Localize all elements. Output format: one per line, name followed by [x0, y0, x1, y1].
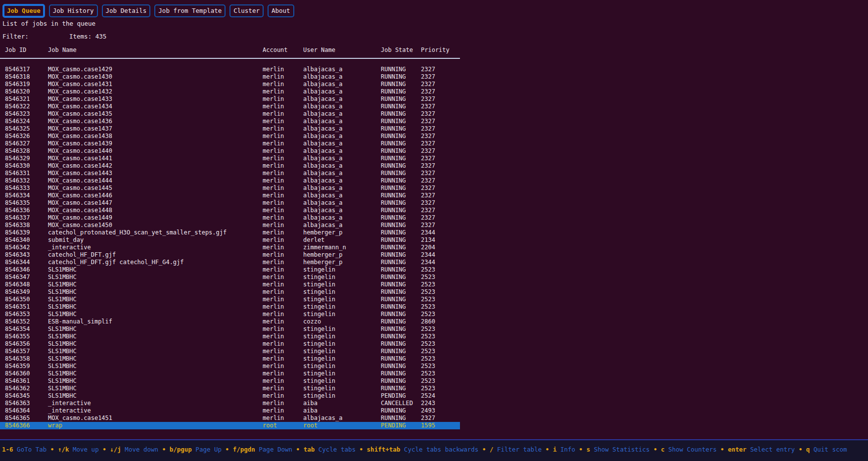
table-row[interactable]: 8546350SLS1MBHCmerlinstingelinRUNNING252… [0, 296, 460, 303]
table-row[interactable]: 8546320MOX_casmo.case1432merlinalbajacas… [0, 88, 460, 95]
table-row[interactable]: 8546318MOX_casmo.case1430merlinalbajacas… [0, 73, 460, 81]
cell-account: merlin [263, 325, 284, 333]
table-row[interactable]: 8546336MOX_casmo.case1448merlinalbajacas… [0, 207, 460, 214]
table-row[interactable]: 8546345SLS1MBHCmerlinstingelinPENDING252… [0, 392, 460, 400]
items-count: Items: 435 [69, 33, 106, 40]
cell-account: merlin [263, 244, 284, 251]
tab-job-queue[interactable]: Job Queue [2, 4, 45, 18]
cell-priority: 2523 [421, 363, 435, 370]
table-row[interactable]: 8546355SLS1MBHCmerlinstingelinRUNNING252… [0, 333, 460, 340]
table-row[interactable]: 8546321MOX_casmo.case1433merlinalbajacas… [0, 95, 460, 103]
cell-job-state: CANCELLED [381, 400, 413, 407]
cell-job-state: RUNNING [381, 199, 406, 207]
table-row[interactable]: 8546324MOX_casmo.case1436merlinalbajacas… [0, 118, 460, 125]
table-row[interactable]: 8546352ESB-manual_simplifmerlincozzoRUNN… [0, 318, 460, 325]
table-row-selected[interactable]: 8546366wraprootrootPENDING1595 [0, 422, 460, 429]
cell-priority: 2523 [421, 333, 435, 340]
table-row[interactable]: 8546349SLS1MBHCmerlinstingelinRUNNING252… [0, 288, 460, 296]
cell-priority: 2523 [421, 266, 435, 274]
keybar-separator: • [575, 446, 587, 453]
filter-input[interactable] [35, 33, 64, 40]
keybar-separator: • [356, 446, 367, 453]
table-row[interactable]: 8546338MOX_casmo.case1450merlinalbajacas… [0, 222, 460, 229]
cell-job-name: MOX_casmo.case1445 [48, 184, 112, 192]
cell-job-id: 8546339 [5, 229, 30, 236]
cell-job-id: 8546346 [5, 266, 30, 274]
cell-job-state: RUNNING [381, 274, 406, 281]
table-row[interactable]: 8546362SLS1MBHCmerlinstingelinRUNNING252… [0, 385, 460, 392]
cell-priority: 2523 [421, 281, 435, 288]
cell-job-state: RUNNING [381, 385, 406, 392]
tab-job-history[interactable]: Job History [49, 4, 98, 18]
tab-job-details[interactable]: Job Details [102, 4, 151, 18]
table-row[interactable]: 8546319MOX_casmo.case1431merlinalbajacas… [0, 81, 460, 88]
table-row[interactable]: 8546334MOX_casmo.case1446merlinalbajacas… [0, 192, 460, 199]
table-row[interactable]: 8546335MOX_casmo.case1447merlinalbajacas… [0, 199, 460, 207]
table-row[interactable]: 8546317MOX_casmo.case1429merlinalbajacas… [0, 66, 460, 73]
cell-job-name: _interactive [48, 244, 91, 251]
cell-account: merlin [263, 147, 284, 155]
table-row[interactable]: 8546332MOX_casmo.case1444merlinalbajacas… [0, 177, 460, 184]
cell-job-name: submit_day [48, 236, 84, 244]
table-row[interactable]: 8546342_interactivemerlinzimmermann_nRUN… [0, 244, 460, 251]
table-row[interactable]: 8546329MOX_casmo.case1441merlinalbajacas… [0, 155, 460, 162]
table-row[interactable]: 8546340submit_daymerlinderletRUNNING2134 [0, 236, 460, 244]
table-row[interactable]: 8546346SLS1MBHCmerlinstingelinRUNNING252… [0, 266, 460, 274]
keybar-key: shift+tab [367, 446, 401, 453]
table-row[interactable]: 8546333MOX_casmo.case1445merlinalbajacas… [0, 184, 460, 192]
cell-account: merlin [263, 236, 284, 244]
table-row[interactable]: 8546351SLS1MBHCmerlinstingelinRUNNING252… [0, 303, 460, 311]
table-row[interactable]: 8546365MOX_casmo.case1451merlinalbajacas… [0, 415, 460, 422]
cell-job-name: MOX_casmo.case1438 [48, 133, 112, 140]
table-row[interactable]: 8546347SLS1MBHCmerlinstingelinRUNNING252… [0, 274, 460, 281]
cell-job-state: RUNNING [381, 370, 406, 377]
cell-priority: 2523 [421, 340, 435, 348]
bottom-bar: 1-6 GoTo Tab • ↑/k Move up • ↓/j Move do… [0, 439, 868, 461]
table-row[interactable]: 8546357SLS1MBHCmerlinstingelinRUNNING252… [0, 348, 460, 355]
keybar-separator: • [478, 446, 490, 453]
table-row[interactable]: 8546323MOX_casmo.case1435merlinalbajacas… [0, 110, 460, 118]
tab-about[interactable]: About [268, 4, 294, 18]
table-row[interactable]: 8546353SLS1MBHCmerlinstingelinRUNNING252… [0, 311, 460, 318]
table-row[interactable]: 8546327MOX_casmo.case1439merlinalbajacas… [0, 140, 460, 147]
table-row[interactable]: 8546354SLS1MBHCmerlinstingelinRUNNING252… [0, 325, 460, 333]
table-row[interactable]: 8546339catechol_protonated_H3O_scan_yet_… [0, 229, 460, 236]
table-row[interactable]: 8546360SLS1MBHCmerlinstingelinRUNNING252… [0, 370, 460, 377]
cell-user-name: stingelin [303, 370, 335, 377]
table-row[interactable]: 8546359SLS1MBHCmerlinstingelinRUNNING252… [0, 363, 460, 370]
cell-job-state: PENDING [381, 422, 406, 429]
table-row[interactable]: 8546364_interactivemerlinaibaRUNNING2493 [0, 407, 460, 415]
cell-job-id: 8546356 [5, 340, 30, 348]
cell-job-state: RUNNING [381, 133, 406, 140]
cell-user-name: albajacas_a [303, 192, 342, 199]
table-row[interactable]: 8546330MOX_casmo.case1442merlinalbajacas… [0, 162, 460, 170]
table-row[interactable]: 8546343catechol_HF_DFT.gjfmerlinhemberge… [0, 251, 460, 259]
table-row[interactable]: 8546356SLS1MBHCmerlinstingelinRUNNING252… [0, 340, 460, 348]
cell-job-name: MOX_casmo.case1433 [48, 95, 112, 103]
filter-label: Filter: [2, 33, 29, 40]
cell-job-id: 8546340 [5, 236, 30, 244]
cell-job-name: MOX_casmo.case1443 [48, 170, 112, 177]
table-row[interactable]: 8546337MOX_casmo.case1449merlinalbajacas… [0, 214, 460, 222]
cell-priority: 2523 [421, 385, 435, 392]
cell-job-name: ESB-manual_simplif [48, 318, 112, 325]
table-row[interactable]: 8546325MOX_casmo.case1437merlinalbajacas… [0, 125, 460, 133]
tab-cluster[interactable]: Cluster [229, 4, 264, 18]
table-row[interactable]: 8546348SLS1MBHCmerlinstingelinRUNNING252… [0, 281, 460, 288]
table-row[interactable]: 8546328MOX_casmo.case1440merlinalbajacas… [0, 147, 460, 155]
cell-user-name: hemberger_p [303, 251, 342, 259]
tab-job-from-template[interactable]: Job from Template [154, 4, 226, 18]
table-row[interactable]: 8546344catechol_HF_DFT.gjf catechol_HF_G… [0, 259, 460, 266]
table-row[interactable]: 8546363_interactivemerlinaibaCANCELLED22… [0, 400, 460, 407]
table-row[interactable]: 8546326MOX_casmo.case1438merlinalbajacas… [0, 133, 460, 140]
table-row[interactable]: 8546361SLS1MBHCmerlinstingelinRUNNING252… [0, 377, 460, 385]
table-row[interactable]: 8546358SLS1MBHCmerlinstingelinRUNNING252… [0, 355, 460, 363]
cell-priority: 2327 [421, 118, 435, 125]
cell-job-id: 8546327 [5, 140, 30, 147]
cell-job-name: _interactive [48, 407, 91, 415]
cell-user-name: albajacas_a [303, 110, 342, 118]
cell-priority: 2327 [421, 192, 435, 199]
table-row[interactable]: 8546322MOX_casmo.case1434merlinalbajacas… [0, 103, 460, 110]
cell-user-name: stingelin [303, 303, 335, 311]
table-row[interactable]: 8546331MOX_casmo.case1443merlinalbajacas… [0, 170, 460, 177]
